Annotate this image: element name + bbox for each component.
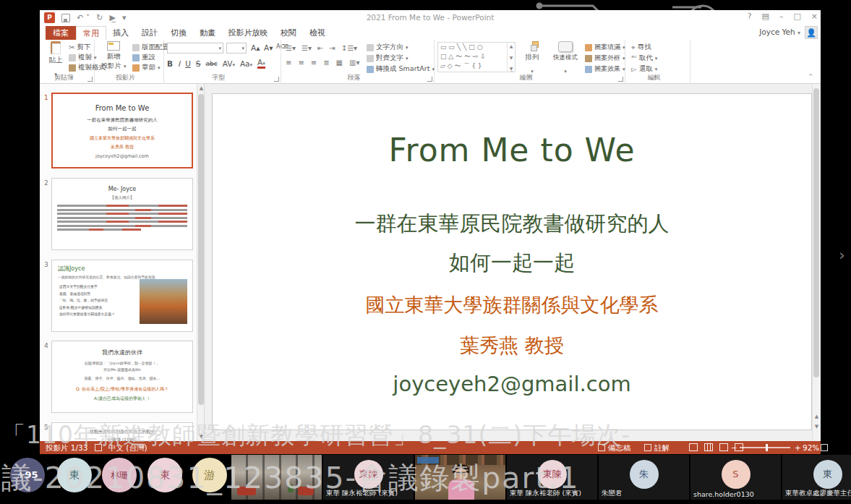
- participant-tile[interactable]: 朱 朱戀君: [599, 455, 689, 500]
- tab-transitions[interactable]: 切換: [164, 26, 193, 40]
- align-left-icon[interactable]: ≡: [286, 59, 291, 67]
- scroll-up-icon[interactable]: ▲: [197, 85, 205, 91]
- align-text-button[interactable]: 對齊文字▾: [367, 54, 409, 63]
- bullets-icon[interactable]: ☰▾: [286, 44, 296, 52]
- thumbnail-scrollbar[interactable]: ▲ ▼: [197, 84, 205, 441]
- shrink-font-button[interactable]: A▾: [264, 43, 273, 52]
- restore-icon[interactable]: □: [793, 12, 800, 21]
- account-menu[interactable]: Joyce Yeh ▾: [759, 27, 800, 36]
- slide-canvas[interactable]: From Me to We 一群在東華原民院教書做研究的人 如何一起一起 國立東…: [212, 93, 812, 430]
- distribute-icon[interactable]: ▦: [336, 59, 343, 67]
- change-case-button[interactable]: Aa▾: [240, 59, 252, 68]
- previous-slide-icon[interactable]: ▲: [813, 414, 821, 419]
- copy-button[interactable]: 複製▾: [69, 53, 97, 62]
- tab-home[interactable]: 常用: [76, 26, 106, 40]
- notes-toggle[interactable]: 備忘稿: [598, 441, 631, 454]
- cut-button[interactable]: ✂剪下: [69, 43, 90, 52]
- language-indicator[interactable]: 中文 (台灣): [108, 441, 147, 454]
- minimize-icon[interactable]: –: [779, 12, 784, 21]
- help-icon[interactable]: ?: [748, 12, 752, 21]
- columns-icon[interactable]: ▥▾: [349, 59, 359, 67]
- section-button[interactable]: 章節▾: [132, 63, 161, 72]
- font-size-select[interactable]: ▾: [226, 43, 247, 54]
- tab-insert[interactable]: 插入: [106, 26, 135, 40]
- fit-to-window-icon[interactable]: [808, 441, 831, 454]
- zoom-slider-thumb[interactable]: [766, 444, 768, 451]
- shapes-gallery[interactable]: ▭ ▭ ╲ ╲ □ ○ □ △ 〜 〜 ⇨ ⇩ ▱ ◇ 〜 ⌒ { } ▲▼▼̲: [437, 42, 516, 72]
- grow-font-button[interactable]: A▴: [251, 43, 260, 52]
- text-shadow-button[interactable]: abc: [205, 60, 217, 67]
- tab-view[interactable]: 檢視: [303, 26, 332, 40]
- slide-area-scrollbar[interactable]: ▲ ▼: [812, 84, 820, 441]
- character-spacing-button[interactable]: AV▾: [223, 59, 235, 68]
- reading-view-icon[interactable]: [719, 443, 728, 451]
- justify-icon[interactable]: ≣: [323, 59, 329, 67]
- arrange-button[interactable]: 排列▾: [518, 41, 546, 76]
- dialog-launcher-icon[interactable]: [274, 77, 279, 82]
- align-right-icon[interactable]: ≡: [311, 59, 317, 67]
- quick-styles-icon: [558, 41, 573, 52]
- strikethrough-button[interactable]: S: [196, 59, 201, 68]
- slide-indicator: 投影片 1/33: [46, 441, 87, 454]
- quick-styles-button[interactable]: 快速樣式▾: [547, 41, 583, 76]
- participant-tile[interactable]: 東陳 東華 陳永裕老師 (來賓): [323, 455, 414, 500]
- tab-animations[interactable]: 動畫: [193, 26, 222, 40]
- expand-panel-chevron-icon[interactable]: ›: [839, 246, 845, 264]
- zoom-in-icon[interactable]: +: [795, 441, 801, 454]
- thumbnail-slide-5[interactable]: 〈從觀光原住民到原住民自主的觀光〉 紀駿傑 (1998): [51, 422, 193, 441]
- zoom-slider[interactable]: [740, 447, 790, 448]
- layout-icon: [132, 44, 140, 51]
- font-color-button[interactable]: A▾: [257, 58, 265, 69]
- bold-button[interactable]: B: [167, 59, 173, 68]
- text-direction-button[interactable]: 文字方向▾: [367, 43, 409, 52]
- font-name-select[interactable]: ▾: [167, 43, 223, 54]
- participant-tile-room[interactable]: [231, 455, 322, 500]
- dialog-launcher-icon[interactable]: [87, 77, 93, 82]
- collapse-ribbon-icon[interactable]: ⌃: [808, 73, 813, 80]
- close-icon[interactable]: ×: [811, 12, 818, 21]
- spellcheck-icon[interactable]: [95, 441, 105, 454]
- thumbnail-slide-4[interactable]: 我們永遠的伙伴 紀駿傑曾說：「Joyce妳帶頭，我一定相挺！」 所以Me 就慢慢…: [51, 341, 193, 413]
- tab-design[interactable]: 設計: [135, 26, 164, 40]
- tab-review[interactable]: 校閱: [274, 26, 303, 40]
- new-slide-button[interactable]: 新增 投影片 ▾: [98, 41, 129, 71]
- next-slide-icon[interactable]: ▼: [813, 424, 821, 430]
- participant-avatar[interactable]: 游: [192, 458, 227, 492]
- participant-tile[interactable]: 東陳 東華 陳永裕老師 (來賓): [507, 455, 597, 500]
- participant-avatar[interactable]: 東: [57, 458, 92, 492]
- tab-file[interactable]: 檔案: [46, 26, 76, 40]
- overflow-participants-avatar[interactable]: +95: [10, 458, 45, 492]
- thumbnail-slide-2[interactable]: Me- Joyce 【個人簡介】: [51, 178, 193, 250]
- numbering-icon[interactable]: ☰▾: [302, 44, 312, 52]
- gallery-scrollbar[interactable]: ▲▼▼̲: [507, 43, 515, 72]
- replace-button[interactable]: ᵃᶜ取代▾: [631, 54, 657, 63]
- participant-tile[interactable]: 東 東華教卓處廖慶華主任 (來賓): [782, 455, 851, 500]
- scroll-down-icon[interactable]: ▼: [197, 434, 205, 440]
- account-avatar[interactable]: 👤: [805, 26, 818, 39]
- workspace: 1 From Me to We 一群在東華原民院教書做研究的人 如何一起一起 國…: [40, 84, 821, 441]
- align-center-icon[interactable]: ≡: [298, 59, 304, 67]
- participant-tile-webcam[interactable]: [415, 455, 505, 500]
- dialog-launcher-icon[interactable]: [427, 77, 432, 82]
- ribbon-display-options-icon[interactable]: ▤: [761, 12, 769, 21]
- shape-fill-button[interactable]: 圖案填滿▾: [585, 43, 625, 52]
- line-spacing-icon[interactable]: ↕☰▾: [341, 44, 357, 52]
- normal-view-icon[interactable]: [689, 443, 698, 451]
- slide-sorter-icon[interactable]: [704, 443, 713, 451]
- zoom-out-icon[interactable]: −: [731, 441, 737, 454]
- participant-avatar[interactable]: 林珊: [102, 458, 137, 492]
- decrease-indent-icon[interactable]: ⇤: [317, 44, 323, 52]
- participant-avatar[interactable]: 東: [147, 458, 182, 492]
- participant-tile[interactable]: S share.holder0130: [690, 455, 781, 500]
- underline-button[interactable]: U: [185, 59, 191, 68]
- dialog-launcher-icon[interactable]: [618, 77, 623, 82]
- italic-button[interactable]: I: [178, 59, 180, 68]
- increase-indent-icon[interactable]: ⇥: [329, 44, 335, 52]
- reset-button[interactable]: 重設: [132, 53, 155, 62]
- shape-outline-button[interactable]: 圖案外框▾: [585, 54, 625, 63]
- comments-toggle[interactable]: 註解: [644, 441, 670, 454]
- thumbnail-slide-3[interactable]: 認識Joyce 一個斜槓的女性研究者的位置、飲食政治、知識生產與學術實踐 從西洋…: [51, 260, 193, 332]
- tab-slideshow[interactable]: 投影片放映: [222, 26, 274, 40]
- find-button[interactable]: ⌖尋找: [631, 43, 651, 52]
- thumbnail-slide-1[interactable]: From Me to We 一群在東華原民院教書做研究的人 如何一起一起 國立東…: [51, 93, 193, 168]
